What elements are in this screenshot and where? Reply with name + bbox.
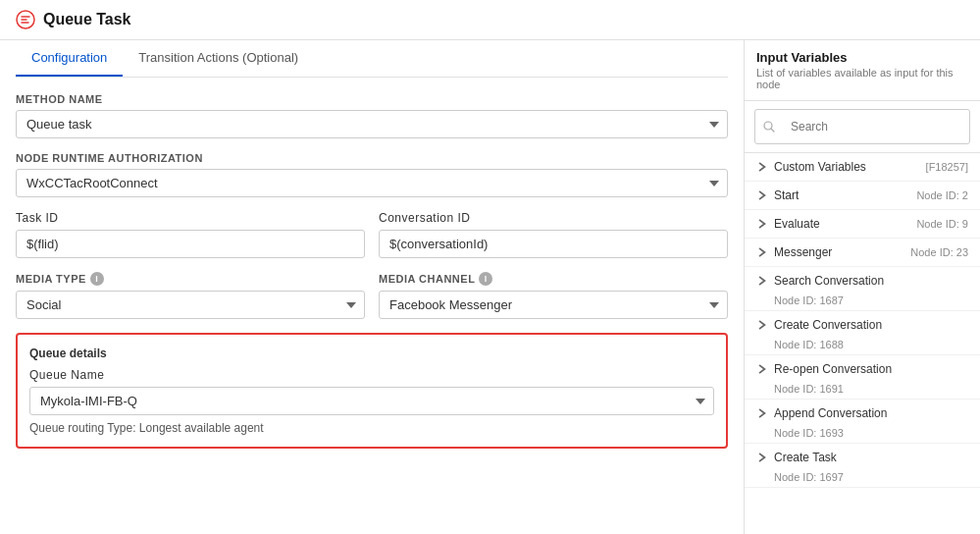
tab-bar: Configuration Transition Actions (Option…: [16, 40, 728, 78]
chevron-right-icon: [756, 275, 768, 287]
queue-icon: [16, 10, 35, 29]
page-title: Queue Task: [43, 11, 131, 28]
right-panel-subtitle: List of variables available as input for…: [756, 67, 968, 90]
variable-item[interactable]: MessengerNode ID: 23: [745, 239, 980, 266]
chevron-right-icon: [756, 452, 768, 463]
variable-meta: Node ID: 9: [916, 218, 968, 230]
variable-name: Start: [774, 188, 916, 202]
main-container: Configuration Transition Actions (Option…: [0, 40, 980, 534]
variable-item[interactable]: EvaluateNode ID: 9: [745, 210, 980, 238]
search-input-wrap: [754, 109, 970, 144]
chevron-right-icon: [756, 246, 768, 258]
media-channel-label: MEDIA CHANNEL i: [379, 272, 728, 286]
media-row: Media Type i Social MEDIA CHANNEL i Face…: [16, 272, 728, 319]
media-channel-info-icon: i: [479, 272, 492, 286]
variable-item[interactable]: Create Conversation: [745, 311, 980, 339]
node-runtime-group: NODE RUNTIME AUTHORIZATION WxCCTacRootCo…: [16, 152, 728, 197]
variable-item-wrap: Custom Variables[F18257]: [745, 153, 980, 182]
chevron-right-icon: [756, 218, 768, 230]
right-panel: Input Variables List of variables availa…: [745, 40, 980, 534]
variable-item-wrap: Search ConversationNode ID: 1687: [745, 267, 980, 311]
variable-item[interactable]: Custom Variables[F18257]: [745, 153, 980, 181]
variable-item-wrap: EvaluateNode ID: 9: [745, 210, 980, 239]
media-channel-select[interactable]: Facebook Messenger: [379, 291, 728, 319]
variable-name: Messenger: [774, 245, 910, 259]
svg-line-2: [772, 130, 775, 133]
variable-item-wrap: Append ConversationNode ID: 1693: [745, 400, 980, 444]
queue-details-box: Queue details Queue Name Mykola-IMI-FB-Q…: [16, 333, 728, 449]
variable-list: Custom Variables[F18257]StartNode ID: 2E…: [745, 153, 980, 534]
media-channel-col: MEDIA CHANNEL i Facebook Messenger: [379, 272, 728, 319]
chevron-right-icon: [756, 407, 768, 419]
task-conversation-row: Task ID Conversation ID: [16, 211, 728, 258]
media-type-info-icon: i: [90, 272, 104, 286]
tab-transition-actions[interactable]: Transition Actions (Optional): [123, 40, 314, 77]
variable-name: Search Conversation: [774, 274, 968, 288]
right-panel-header: Input Variables List of variables availa…: [745, 40, 980, 101]
variable-name: Custom Variables: [774, 160, 926, 174]
variable-item[interactable]: Re-open Conversation: [745, 355, 980, 383]
search-input[interactable]: [781, 114, 961, 139]
task-id-col: Task ID: [16, 211, 365, 258]
media-type-col: Media Type i Social: [16, 272, 365, 319]
variable-node-id: Node ID: 1691: [745, 383, 980, 399]
tab-configuration[interactable]: Configuration: [16, 40, 123, 77]
media-type-select[interactable]: Social: [16, 291, 365, 319]
queue-details-title: Queue details: [29, 347, 714, 360]
task-id-label: Task ID: [16, 211, 365, 225]
conversation-id-input[interactable]: [379, 230, 728, 258]
variable-item[interactable]: Create Task: [745, 444, 980, 471]
chevron-right-icon: [756, 319, 768, 331]
page-header: Queue Task: [0, 0, 980, 40]
node-runtime-label: NODE RUNTIME AUTHORIZATION: [16, 152, 728, 164]
variable-name: Create Task: [774, 451, 968, 464]
variable-meta: Node ID: 23: [910, 246, 968, 258]
variable-node-id: Node ID: 1687: [745, 294, 980, 310]
media-type-label: Media Type i: [16, 272, 365, 286]
search-box: [745, 101, 980, 153]
queue-name-select[interactable]: Mykola-IMI-FB-Q: [29, 387, 714, 415]
search-icon: [763, 121, 775, 133]
variable-item-wrap: Re-open ConversationNode ID: 1691: [745, 355, 980, 400]
variable-item-wrap: Create ConversationNode ID: 1688: [745, 311, 980, 355]
svg-point-1: [764, 122, 772, 130]
conversation-id-col: Conversation ID: [379, 211, 728, 258]
variable-node-id: Node ID: 1693: [745, 427, 980, 443]
variable-item[interactable]: Append Conversation: [745, 400, 980, 427]
variable-meta: [F18257]: [926, 161, 968, 173]
variable-name: Append Conversation: [774, 406, 968, 420]
chevron-right-icon: [756, 363, 768, 375]
variable-name: Create Conversation: [774, 318, 968, 332]
chevron-right-icon: [756, 161, 768, 173]
variable-item[interactable]: Search Conversation: [745, 267, 980, 294]
queue-name-label: Queue Name: [29, 368, 714, 382]
variable-meta: Node ID: 2: [916, 189, 968, 201]
variable-item-wrap: MessengerNode ID: 23: [745, 239, 980, 267]
method-name-select[interactable]: Queue task: [16, 110, 728, 138]
queue-routing-text: Queue routing Type: Longest available ag…: [29, 421, 714, 435]
variable-item-wrap: Create TaskNode ID: 1697: [745, 444, 980, 488]
task-id-input[interactable]: [16, 230, 365, 258]
left-panel: Configuration Transition Actions (Option…: [0, 40, 745, 534]
variable-name: Re-open Conversation: [774, 362, 968, 376]
variable-item-wrap: StartNode ID: 2: [745, 182, 980, 210]
method-name-group: Method Name Queue task: [16, 93, 728, 138]
variable-name: Evaluate: [774, 217, 916, 231]
right-panel-title: Input Variables: [756, 50, 968, 65]
variable-node-id: Node ID: 1688: [745, 339, 980, 354]
variable-item[interactable]: StartNode ID: 2: [745, 182, 980, 209]
method-name-label: Method Name: [16, 93, 728, 105]
conversation-id-label: Conversation ID: [379, 211, 728, 225]
chevron-right-icon: [756, 189, 768, 201]
node-runtime-select[interactable]: WxCCTacRootConnect: [16, 169, 728, 197]
variable-node-id: Node ID: 1697: [745, 471, 980, 487]
